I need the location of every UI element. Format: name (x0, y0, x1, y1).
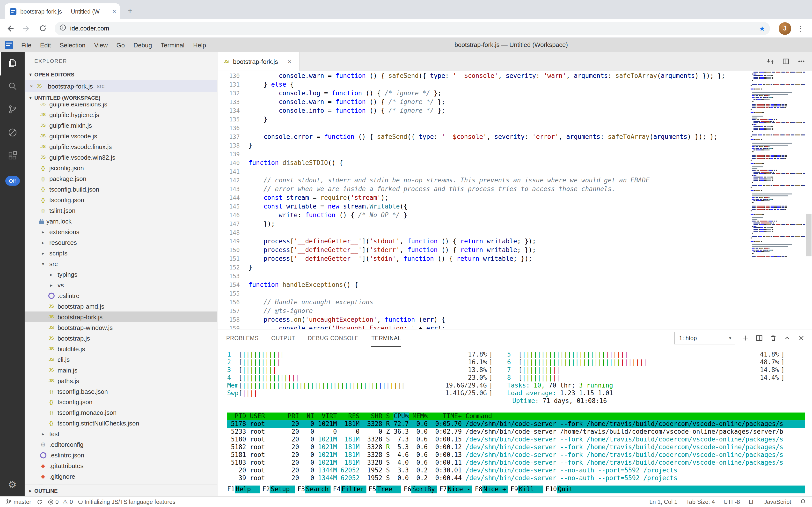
panel-tab-terminal[interactable]: TERMINAL (371, 330, 401, 347)
terminal-picker[interactable]: 1: htop ▾ (674, 332, 735, 344)
scrollbar-thumb[interactable] (806, 214, 812, 257)
menu-file[interactable]: File (17, 41, 36, 49)
eol[interactable]: LF (749, 498, 755, 505)
htop-process-row-5183[interactable]: 5183 root 20 0 1021M 181M 3328 S 4.0 0.6… (227, 459, 812, 467)
status-badge[interactable]: Off (5, 176, 19, 186)
tree-item-extensions[interactable]: ▸extensions (25, 226, 217, 237)
menu-selection[interactable]: Selection (55, 41, 90, 49)
split-terminal-icon[interactable] (755, 334, 763, 342)
tree-item-tsconfig.monaco.json[interactable]: tsconfig.monaco.json (25, 407, 217, 418)
fkey-f3[interactable]: F3 (295, 486, 305, 493)
tree-item-tsconfig.build.json[interactable]: tsconfig.build.json (25, 184, 217, 194)
code-area[interactable]: 130 console.warn = function () { safeSen… (217, 71, 751, 329)
tree-item-.eslintrc[interactable]: .eslintrc (25, 290, 217, 301)
fkey-f7[interactable]: F7 (437, 486, 447, 493)
tree-item-bootstrap.js[interactable]: bootstrap.js (25, 333, 217, 343)
tab-size[interactable]: Tab Size: 4 (686, 498, 715, 505)
htop-process-row-5181[interactable]: 5181 root 20 0 1021M 181M 3328 S 4.6 0.6… (227, 451, 812, 459)
tree-item-gulpfile.extensions.js[interactable]: gulpfile.extensions.js (25, 104, 217, 109)
reload-icon[interactable] (39, 24, 47, 33)
htop-process-row-5178[interactable]: 5178 root 20 0 1021M 181M 3328 R 72.7 0.… (227, 420, 805, 428)
activity-explorer[interactable] (0, 52, 25, 75)
close-icon[interactable]: × (27, 83, 35, 90)
tree-item-tsconfig.strictNullChecks.json[interactable]: tsconfig.strictNullChecks.json (25, 418, 217, 429)
chevron-up-icon[interactable] (784, 334, 791, 342)
tree-item-.gitattributes[interactable]: .gitattributes (25, 460, 217, 471)
menu-view[interactable]: View (90, 41, 112, 49)
outline-header[interactable]: ▸ OUTLINE (25, 485, 217, 496)
browser-tab[interactable]: bootstrap-fork.js — Untitled (W × (5, 3, 120, 19)
tree-item-bootstrap-window.js[interactable]: bootstrap-window.js (25, 322, 217, 333)
bell-icon[interactable] (800, 499, 806, 505)
tree-item-gulpfile.mixin.js[interactable]: gulpfile.mixin.js (25, 120, 217, 131)
menu-help[interactable]: Help (189, 41, 210, 49)
tree-item-yarn.lock[interactable]: yarn.lock (25, 216, 217, 226)
tree-item-test[interactable]: ▸test (25, 429, 217, 439)
tree-item-src[interactable]: ▾src (25, 258, 217, 269)
tree-item-jsconfig.json[interactable]: jsconfig.json (25, 163, 217, 173)
tree-item-scripts[interactable]: ▸scripts (25, 248, 217, 258)
htop-process-row-20[interactable]: 20 root 20 0 1344M 62052 1952 S 3.3 0.2 … (227, 467, 812, 474)
language-status-item[interactable]: Initializing JS/TS language features (78, 498, 176, 505)
panel-tab-debug-console[interactable]: DEBUG CONSOLE (308, 330, 359, 347)
cursor-position[interactable]: Ln 1, Col 1 (649, 498, 677, 505)
tree-item-bootstrap-fork.js[interactable]: bootstrap-fork.js (25, 312, 217, 322)
htop-process-row-5182[interactable]: 5182 root 20 0 1021M 181M 3328 R 5.3 0.6… (227, 443, 812, 451)
close-icon[interactable]: × (288, 58, 291, 65)
problems-item[interactable]: 0 ⚠ 0 (48, 498, 73, 505)
tree-item-main.js[interactable]: main.js (25, 365, 217, 376)
language-mode[interactable]: JavaScript (764, 498, 791, 505)
panel-tab-output[interactable]: OUTPUT (271, 330, 295, 347)
fkey-f2[interactable]: F2 (260, 486, 270, 493)
fkey-f9[interactable]: F9 (508, 486, 518, 493)
more-actions-icon[interactable] (798, 58, 805, 65)
tree-item-tsconfig.json[interactable]: tsconfig.json (25, 397, 217, 407)
minimap[interactable] (751, 71, 805, 329)
tree-item-buildfile.js[interactable]: buildfile.js (25, 343, 217, 354)
trash-icon[interactable] (769, 334, 777, 342)
avatar[interactable]: J (778, 22, 791, 35)
git-branch-item[interactable]: master (6, 498, 31, 505)
fkey-f10[interactable]: F10 (543, 486, 557, 493)
terminal[interactable]: 1 [|||||||||||17.8%]5 [|||||||||||||||||… (217, 347, 812, 496)
open-changes-icon[interactable] (766, 58, 774, 65)
menu-edit[interactable]: Edit (36, 41, 55, 49)
tree-item-gulpfile.vscode.linux.js[interactable]: gulpfile.vscode.linux.js (25, 141, 217, 152)
plus-icon[interactable] (741, 334, 749, 342)
forward-icon[interactable] (22, 24, 31, 33)
tree-item-tsconfig.json[interactable]: tsconfig.json (25, 194, 217, 205)
split-editor-icon[interactable] (782, 58, 790, 65)
tree-item-.mention-bot[interactable]: .mention-bot (25, 482, 217, 485)
close-icon[interactable] (798, 334, 805, 342)
open-editors-header[interactable]: ▾ OPEN EDITORS (25, 69, 217, 80)
code-editor[interactable]: 130 console.warn = function () { safeSen… (217, 71, 812, 329)
info-icon[interactable] (59, 24, 66, 33)
activity-extensions[interactable] (0, 145, 25, 168)
tree-item-gulpfile.hygiene.js[interactable]: gulpfile.hygiene.js (25, 109, 217, 120)
close-icon[interactable]: × (112, 8, 116, 15)
htop-process-row-5233[interactable]: 5233 root 20 0 0 0 0 Z 36.3 0.0 0:02.79 … (227, 428, 812, 436)
sync-icon[interactable] (37, 499, 42, 505)
tree-item-cli.js[interactable]: cli.js (25, 354, 217, 365)
tree-item-gulpfile.vscode.js[interactable]: gulpfile.vscode.js (25, 131, 217, 141)
htop-process-row-5180[interactable]: 5180 root 20 0 1021M 181M 3328 S 7.3 0.6… (227, 436, 812, 443)
workspace-header[interactable]: ▾ UNTITLED (WORKSPACE) (25, 92, 217, 104)
tree-item-gulpfile.vscode.win32.js[interactable]: gulpfile.vscode.win32.js (25, 152, 217, 163)
tree-item-typings[interactable]: ▸typings (25, 269, 217, 280)
new-tab-button[interactable]: + (124, 5, 136, 17)
url-text[interactable]: ide.coder.com (70, 25, 109, 32)
browser-menu-icon[interactable]: ⋮ (795, 24, 806, 33)
tree-item-resources[interactable]: ▸resources (25, 237, 217, 248)
tree-item-tsconfig.base.json[interactable]: tsconfig.base.json (25, 386, 217, 397)
tree-item-.eslintrc.json[interactable]: .eslintrc.json (25, 450, 217, 460)
fkey-f6[interactable]: F6 (401, 486, 411, 493)
fkey-f5[interactable]: F5 (366, 486, 376, 493)
open-editor-item[interactable]: × bootstrap-fork.js src (25, 80, 217, 92)
tree-item-bootstrap-amd.js[interactable]: bootstrap-amd.js (25, 301, 217, 312)
tree-item-tslint.json[interactable]: tslint.json (25, 205, 217, 216)
tree-item-.gitignore[interactable]: .gitignore (25, 471, 217, 482)
address-bar[interactable]: ide.coder.com ★ (55, 21, 770, 35)
fkey-f4[interactable]: F4 (330, 486, 340, 493)
activity-debug[interactable] (0, 122, 25, 145)
star-icon[interactable]: ★ (759, 24, 765, 32)
